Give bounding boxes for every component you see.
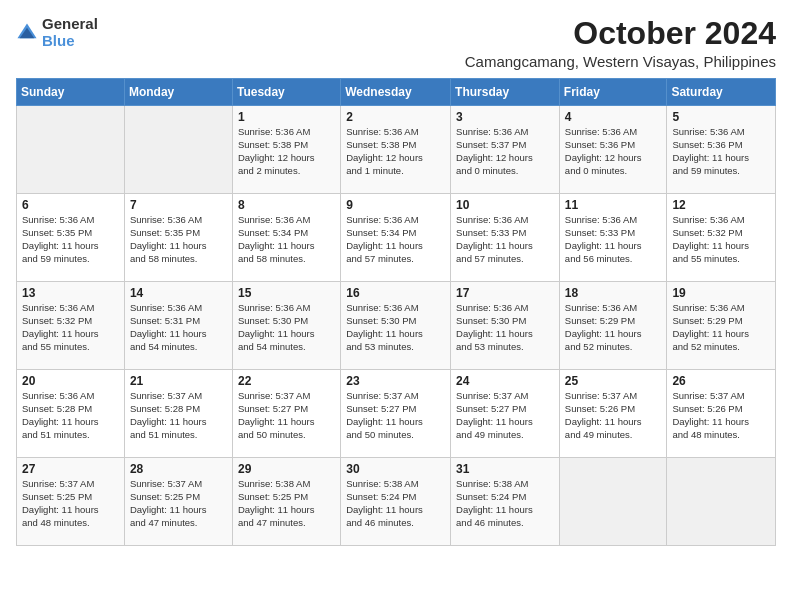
calendar-cell: 20Sunrise: 5:36 AM Sunset: 5:28 PM Dayli…: [17, 370, 125, 458]
cell-info: Sunrise: 5:37 AM Sunset: 5:26 PM Dayligh…: [672, 390, 770, 441]
day-number: 29: [238, 462, 335, 476]
day-number: 23: [346, 374, 445, 388]
day-number: 20: [22, 374, 119, 388]
title-block: October 2024 Camangcamang, Western Visay…: [465, 16, 776, 70]
day-number: 9: [346, 198, 445, 212]
day-number: 25: [565, 374, 662, 388]
calendar-week-row: 6Sunrise: 5:36 AM Sunset: 5:35 PM Daylig…: [17, 194, 776, 282]
day-number: 19: [672, 286, 770, 300]
cell-info: Sunrise: 5:36 AM Sunset: 5:28 PM Dayligh…: [22, 390, 119, 441]
header-friday: Friday: [559, 79, 667, 106]
location-title: Camangcamang, Western Visayas, Philippin…: [465, 53, 776, 70]
day-number: 17: [456, 286, 554, 300]
cell-info: Sunrise: 5:36 AM Sunset: 5:35 PM Dayligh…: [22, 214, 119, 265]
day-number: 14: [130, 286, 227, 300]
cell-info: Sunrise: 5:37 AM Sunset: 5:27 PM Dayligh…: [238, 390, 335, 441]
calendar-cell: 29Sunrise: 5:38 AM Sunset: 5:25 PM Dayli…: [232, 458, 340, 546]
page-header: General Blue October 2024 Camangcamang, …: [16, 16, 776, 70]
day-number: 15: [238, 286, 335, 300]
cell-info: Sunrise: 5:36 AM Sunset: 5:30 PM Dayligh…: [238, 302, 335, 353]
logo-icon: [16, 22, 38, 44]
calendar-cell: 15Sunrise: 5:36 AM Sunset: 5:30 PM Dayli…: [232, 282, 340, 370]
calendar-cell: 11Sunrise: 5:36 AM Sunset: 5:33 PM Dayli…: [559, 194, 667, 282]
calendar-cell: 22Sunrise: 5:37 AM Sunset: 5:27 PM Dayli…: [232, 370, 340, 458]
cell-info: Sunrise: 5:38 AM Sunset: 5:24 PM Dayligh…: [456, 478, 554, 529]
calendar-cell: 13Sunrise: 5:36 AM Sunset: 5:32 PM Dayli…: [17, 282, 125, 370]
month-title: October 2024: [465, 16, 776, 51]
day-number: 1: [238, 110, 335, 124]
cell-info: Sunrise: 5:36 AM Sunset: 5:38 PM Dayligh…: [238, 126, 335, 177]
header-monday: Monday: [124, 79, 232, 106]
calendar-cell: 24Sunrise: 5:37 AM Sunset: 5:27 PM Dayli…: [451, 370, 560, 458]
day-number: 28: [130, 462, 227, 476]
day-number: 2: [346, 110, 445, 124]
cell-info: Sunrise: 5:38 AM Sunset: 5:24 PM Dayligh…: [346, 478, 445, 529]
day-number: 30: [346, 462, 445, 476]
cell-info: Sunrise: 5:36 AM Sunset: 5:30 PM Dayligh…: [456, 302, 554, 353]
calendar-cell: 16Sunrise: 5:36 AM Sunset: 5:30 PM Dayli…: [341, 282, 451, 370]
calendar-cell: 31Sunrise: 5:38 AM Sunset: 5:24 PM Dayli…: [451, 458, 560, 546]
calendar-cell: [667, 458, 776, 546]
day-number: 10: [456, 198, 554, 212]
calendar-cell: 30Sunrise: 5:38 AM Sunset: 5:24 PM Dayli…: [341, 458, 451, 546]
cell-info: Sunrise: 5:36 AM Sunset: 5:36 PM Dayligh…: [565, 126, 662, 177]
day-number: 6: [22, 198, 119, 212]
day-number: 8: [238, 198, 335, 212]
cell-info: Sunrise: 5:37 AM Sunset: 5:28 PM Dayligh…: [130, 390, 227, 441]
cell-info: Sunrise: 5:36 AM Sunset: 5:37 PM Dayligh…: [456, 126, 554, 177]
cell-info: Sunrise: 5:36 AM Sunset: 5:34 PM Dayligh…: [346, 214, 445, 265]
calendar-cell: 12Sunrise: 5:36 AM Sunset: 5:32 PM Dayli…: [667, 194, 776, 282]
header-thursday: Thursday: [451, 79, 560, 106]
day-number: 22: [238, 374, 335, 388]
calendar-cell: 21Sunrise: 5:37 AM Sunset: 5:28 PM Dayli…: [124, 370, 232, 458]
calendar-week-row: 1Sunrise: 5:36 AM Sunset: 5:38 PM Daylig…: [17, 106, 776, 194]
day-number: 26: [672, 374, 770, 388]
header-saturday: Saturday: [667, 79, 776, 106]
cell-info: Sunrise: 5:36 AM Sunset: 5:29 PM Dayligh…: [565, 302, 662, 353]
calendar-cell: 6Sunrise: 5:36 AM Sunset: 5:35 PM Daylig…: [17, 194, 125, 282]
calendar-cell: [17, 106, 125, 194]
logo: General Blue: [16, 16, 98, 49]
calendar-cell: 5Sunrise: 5:36 AM Sunset: 5:36 PM Daylig…: [667, 106, 776, 194]
calendar-cell: 9Sunrise: 5:36 AM Sunset: 5:34 PM Daylig…: [341, 194, 451, 282]
calendar-cell: 26Sunrise: 5:37 AM Sunset: 5:26 PM Dayli…: [667, 370, 776, 458]
day-number: 4: [565, 110, 662, 124]
cell-info: Sunrise: 5:36 AM Sunset: 5:33 PM Dayligh…: [456, 214, 554, 265]
calendar-cell: 2Sunrise: 5:36 AM Sunset: 5:38 PM Daylig…: [341, 106, 451, 194]
header-wednesday: Wednesday: [341, 79, 451, 106]
cell-info: Sunrise: 5:37 AM Sunset: 5:25 PM Dayligh…: [130, 478, 227, 529]
calendar-cell: [559, 458, 667, 546]
header-tuesday: Tuesday: [232, 79, 340, 106]
calendar-cell: 17Sunrise: 5:36 AM Sunset: 5:30 PM Dayli…: [451, 282, 560, 370]
day-number: 3: [456, 110, 554, 124]
calendar-cell: 18Sunrise: 5:36 AM Sunset: 5:29 PM Dayli…: [559, 282, 667, 370]
cell-info: Sunrise: 5:36 AM Sunset: 5:31 PM Dayligh…: [130, 302, 227, 353]
calendar-header-row: SundayMondayTuesdayWednesdayThursdayFrid…: [17, 79, 776, 106]
cell-info: Sunrise: 5:36 AM Sunset: 5:38 PM Dayligh…: [346, 126, 445, 177]
cell-info: Sunrise: 5:36 AM Sunset: 5:36 PM Dayligh…: [672, 126, 770, 177]
day-number: 24: [456, 374, 554, 388]
calendar-cell: 4Sunrise: 5:36 AM Sunset: 5:36 PM Daylig…: [559, 106, 667, 194]
header-sunday: Sunday: [17, 79, 125, 106]
cell-info: Sunrise: 5:36 AM Sunset: 5:30 PM Dayligh…: [346, 302, 445, 353]
day-number: 13: [22, 286, 119, 300]
cell-info: Sunrise: 5:36 AM Sunset: 5:34 PM Dayligh…: [238, 214, 335, 265]
calendar-week-row: 20Sunrise: 5:36 AM Sunset: 5:28 PM Dayli…: [17, 370, 776, 458]
calendar-cell: 10Sunrise: 5:36 AM Sunset: 5:33 PM Dayli…: [451, 194, 560, 282]
day-number: 31: [456, 462, 554, 476]
calendar-cell: 3Sunrise: 5:36 AM Sunset: 5:37 PM Daylig…: [451, 106, 560, 194]
cell-info: Sunrise: 5:36 AM Sunset: 5:32 PM Dayligh…: [672, 214, 770, 265]
cell-info: Sunrise: 5:36 AM Sunset: 5:33 PM Dayligh…: [565, 214, 662, 265]
calendar-cell: 1Sunrise: 5:36 AM Sunset: 5:38 PM Daylig…: [232, 106, 340, 194]
calendar-week-row: 27Sunrise: 5:37 AM Sunset: 5:25 PM Dayli…: [17, 458, 776, 546]
logo-blue: Blue: [42, 33, 98, 50]
cell-info: Sunrise: 5:37 AM Sunset: 5:27 PM Dayligh…: [346, 390, 445, 441]
calendar-cell: 7Sunrise: 5:36 AM Sunset: 5:35 PM Daylig…: [124, 194, 232, 282]
day-number: 18: [565, 286, 662, 300]
cell-info: Sunrise: 5:36 AM Sunset: 5:35 PM Dayligh…: [130, 214, 227, 265]
day-number: 12: [672, 198, 770, 212]
calendar-cell: 8Sunrise: 5:36 AM Sunset: 5:34 PM Daylig…: [232, 194, 340, 282]
cell-info: Sunrise: 5:36 AM Sunset: 5:29 PM Dayligh…: [672, 302, 770, 353]
calendar-cell: 14Sunrise: 5:36 AM Sunset: 5:31 PM Dayli…: [124, 282, 232, 370]
cell-info: Sunrise: 5:36 AM Sunset: 5:32 PM Dayligh…: [22, 302, 119, 353]
